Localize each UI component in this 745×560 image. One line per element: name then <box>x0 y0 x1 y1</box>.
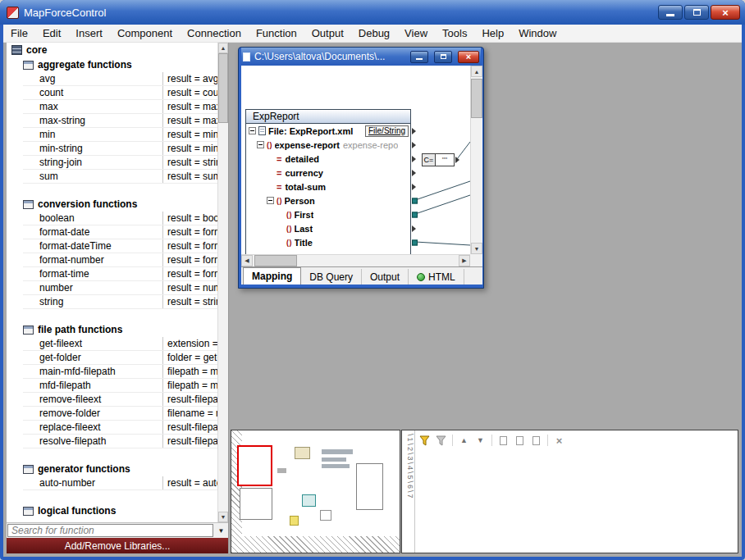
copy-with-children-icon[interactable] <box>513 434 527 448</box>
expreport-component[interactable]: ExpReport File: ExpReport.xml File/Strin… <box>245 109 411 254</box>
output-connector-icon[interactable] <box>412 128 416 134</box>
library-section-header[interactable]: aggregate functions <box>23 57 217 72</box>
overview-viewport[interactable] <box>237 445 272 486</box>
function-row[interactable]: avgresult = avg( <box>23 72 217 86</box>
horizontal-scrollbar[interactable]: ◀ ▶ <box>241 254 470 266</box>
add-remove-libraries-button[interactable]: Add/Remove Libraries... <box>7 538 228 553</box>
menu-insert[interactable]: Insert <box>68 25 110 42</box>
function-row[interactable]: countresult = cour <box>23 86 217 100</box>
scroll-thumb[interactable] <box>254 255 297 266</box>
scroll-down-icon[interactable]: ▼ <box>218 512 228 522</box>
tree-row-title[interactable]: Title <box>246 235 410 249</box>
prev-message-icon[interactable]: ▲ <box>457 434 471 448</box>
doc-minimize-button[interactable] <box>410 51 428 63</box>
menu-function[interactable]: Function <box>249 25 304 42</box>
collapse-icon[interactable] <box>267 197 274 204</box>
function-row[interactable]: sumresult = sum <box>23 170 217 184</box>
output-connector-icon[interactable] <box>412 184 416 190</box>
library-section-header[interactable]: conversion functions <box>23 197 217 212</box>
clear-messages-icon[interactable]: × <box>552 434 566 448</box>
tab-db-query[interactable]: DB Query <box>301 269 362 285</box>
menu-help[interactable]: Help <box>474 25 511 42</box>
menu-connection[interactable]: Connection <box>180 25 249 42</box>
connected-connector-icon[interactable] <box>412 198 418 203</box>
copy-all-messages-icon[interactable] <box>529 434 543 448</box>
output-connector-icon[interactable] <box>412 156 416 162</box>
function-row[interactable]: stringresult = strin <box>23 295 217 309</box>
tab-html[interactable]: HTML <box>409 269 464 285</box>
function-row[interactable]: auto-numberresult = auto <box>23 476 217 490</box>
document-window[interactable]: C:\Users\altova\Documents\... × ExpRep <box>238 47 484 289</box>
tree-row-first[interactable]: First <box>246 207 410 221</box>
menu-file[interactable]: File <box>3 25 35 42</box>
tab-mapping[interactable]: Mapping <box>243 267 301 285</box>
function-search-input[interactable] <box>7 524 213 537</box>
doc-restore-button[interactable] <box>434 51 452 63</box>
scroll-thumb[interactable] <box>471 79 482 118</box>
function-row[interactable]: max-stringresult = maxi <box>23 114 217 128</box>
tree-row-expense-report[interactable]: expense-reportexpense-repo <box>246 138 410 152</box>
filter-clear-icon[interactable] <box>434 434 448 448</box>
function-row[interactable]: format-dateTimeresult = form <box>23 239 217 253</box>
tree-row-person[interactable]: Person <box>246 193 410 207</box>
function-row[interactable]: main-mfd-filepathfilepath = ma <box>23 365 217 379</box>
function-row[interactable]: get-fileextextension = g <box>23 337 217 351</box>
tree-row-file[interactable]: File: ExpReport.xml File/String <box>246 124 410 138</box>
constant-component[interactable]: C= "" <box>422 153 455 166</box>
function-row[interactable]: remove-folderfilename = re <box>23 407 217 421</box>
connected-connector-icon[interactable] <box>412 212 418 217</box>
function-row[interactable]: string-joinresult = strin <box>23 156 217 170</box>
function-row[interactable]: numberresult = numb <box>23 281 217 295</box>
library-root-row[interactable]: core <box>7 43 217 57</box>
menu-tools[interactable]: Tools <box>435 25 474 42</box>
library-section-header[interactable]: logical functions <box>23 503 217 518</box>
tree-row-detailed[interactable]: detailed <box>246 152 410 166</box>
scroll-right-icon[interactable]: ▶ <box>459 255 470 266</box>
tree-row-last[interactable]: Last <box>246 221 410 235</box>
output-connector-icon[interactable] <box>412 170 416 176</box>
doc-close-button[interactable]: × <box>458 51 479 63</box>
output-connector-icon[interactable] <box>412 225 416 232</box>
maximize-button[interactable] <box>684 5 709 20</box>
filter-icon[interactable] <box>418 434 432 448</box>
function-row[interactable]: resolve-filepathresult-filepat <box>23 435 217 448</box>
tree-row-currency[interactable]: currency <box>246 166 410 180</box>
menu-output[interactable]: Output <box>304 25 351 42</box>
library-scrollbar[interactable]: ▲ ▼ <box>217 43 228 522</box>
collapse-icon[interactable] <box>257 141 264 148</box>
function-row[interactable]: format-dateresult = form <box>23 225 217 239</box>
function-row[interactable]: remove-fileextresult-filepat <box>23 393 217 407</box>
menu-edit[interactable]: Edit <box>35 25 68 42</box>
output-connector-icon[interactable] <box>455 157 459 163</box>
function-row[interactable]: maxresult = maxi <box>23 100 217 114</box>
connected-connector-icon[interactable] <box>412 239 418 245</box>
scroll-down-icon[interactable]: ▼ <box>471 243 482 254</box>
scroll-left-icon[interactable]: ◀ <box>241 255 253 266</box>
menu-debug[interactable]: Debug <box>351 25 397 42</box>
tree-row-total-sum[interactable]: total-sum <box>246 180 410 193</box>
vertical-scrollbar[interactable]: ▲ ▼ <box>470 66 482 254</box>
file-string-button[interactable]: File/String <box>365 125 409 137</box>
function-row[interactable]: min-stringresult = min( <box>23 142 217 156</box>
menu-view[interactable]: View <box>397 25 435 42</box>
search-dropdown-button[interactable]: ▼ <box>214 523 228 538</box>
function-row[interactable]: replace-fileextresult-filepat <box>23 421 217 435</box>
scroll-up-icon[interactable]: ▲ <box>471 66 482 77</box>
menu-component[interactable]: Component <box>110 25 180 42</box>
function-row[interactable]: format-timeresult = form <box>23 267 217 281</box>
minimize-button[interactable] <box>658 5 683 20</box>
function-row[interactable]: minresult = min( <box>23 128 217 142</box>
scroll-thumb[interactable] <box>218 53 228 123</box>
next-message-icon[interactable]: ▼ <box>473 434 487 448</box>
menu-window[interactable]: Window <box>511 25 564 42</box>
function-row[interactable]: format-numberresult = form <box>23 253 217 267</box>
library-section-header[interactable]: generator functions <box>23 462 217 476</box>
close-button[interactable]: × <box>711 5 740 20</box>
output-connector-icon[interactable] <box>412 142 416 148</box>
function-row[interactable]: booleanresult = boole <box>23 212 217 225</box>
document-title-bar[interactable]: C:\Users\altova\Documents\... × <box>241 48 481 66</box>
collapse-icon[interactable] <box>249 127 256 134</box>
tab-output[interactable]: Output <box>362 269 409 285</box>
library-section-header[interactable]: file path functions <box>23 322 217 337</box>
copy-message-icon[interactable] <box>496 434 510 448</box>
